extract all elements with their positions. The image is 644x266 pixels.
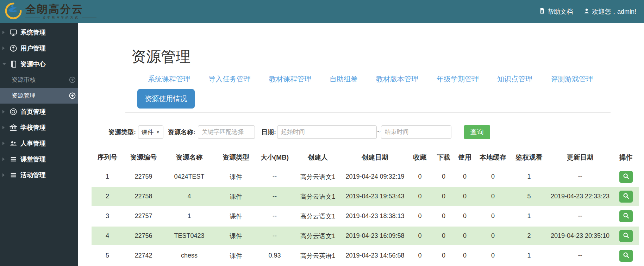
cell-creator: 高分云语文1 [292,207,343,225]
cell-uses: 0 [454,187,475,206]
cell-favorites: 0 [407,167,433,186]
sidebar-item-school[interactable]: 学校管理 [0,119,78,135]
search-button[interactable]: 查询 [464,125,490,139]
cell-local-cache: 0 [475,207,511,225]
view-button[interactable] [619,171,633,183]
column-header: 资源名称 [164,150,215,166]
list-icon [10,171,17,179]
cell-resource-type: 课件 [215,187,257,206]
cell-favorites: 0 [407,207,433,225]
document-icon [539,7,545,16]
monitor-icon [10,29,17,36]
tab-link[interactable]: 教材课程管理 [269,74,311,84]
resource-name-label: 资源名称: [168,128,195,136]
column-header: 更新日期 [548,150,613,166]
cell-auth-views: 2 [511,227,548,245]
view-button[interactable] [619,191,633,203]
end-date-input[interactable] [381,125,451,139]
cell-seq: 4 [92,227,123,245]
cell-seq: 1 [92,167,123,186]
cell-local-cache: 0 [475,246,511,265]
magnifier-icon [622,231,630,240]
sidebar-item-homepage[interactable]: 首页管理 [0,104,78,119]
view-button[interactable] [619,250,633,262]
cell-resource-name: 1 [164,207,215,225]
resource-type-label: 资源类型: [108,128,136,136]
resource-type-select[interactable]: 课件 ▼ [138,125,163,139]
magnifier-icon [622,192,630,201]
book-icon [10,60,17,68]
cell-uses: 0 [454,207,475,225]
arrow-circle-right-icon [69,92,76,99]
caret-down-icon [2,63,6,65]
welcome-user: 欢迎您，admin! [583,7,636,16]
bank-icon [10,124,17,131]
resource-name-input[interactable] [198,125,255,139]
sidebar-item-personnel[interactable]: 人事管理 [0,135,78,151]
tab-link[interactable]: 教材版本管理 [376,74,418,84]
sidebar-item-activity[interactable]: 活动管理 [0,167,78,183]
caret-right-icon [2,173,5,177]
cell-favorites: 0 [407,187,433,206]
cell-updated-date: -- [548,246,613,265]
tab-link[interactable]: 知识点管理 [497,74,532,84]
cell-resource-id: 22758 [123,187,164,206]
column-header: 资源类型 [215,150,257,166]
cell-favorites: 0 [407,227,433,245]
cell-resource-type: 课件 [215,227,257,245]
sidebar-item-users[interactable]: 用户管理 [0,40,78,56]
cell-size: 0.93 [257,246,292,265]
cell-created-date: 2019-04-23 16:09:58 [343,227,407,245]
brand-name: 全朗高分云 [25,4,96,15]
view-button[interactable] [619,210,633,222]
caret-right-icon [2,31,5,34]
cell-auth-views: 1 [511,207,548,225]
cell-updated-date: 2019-04-23 22:33:23 [548,187,613,206]
caret-right-icon [2,47,5,50]
cell-seq: 3 [92,207,123,225]
table-body: 1 22759 0424TEST 课件 -- 高分云语文1 2019-04-24… [92,167,639,265]
cell-updated-date: -- [548,167,613,186]
cell-auth-views: 1 [511,167,548,186]
cell-created-date: 2019-04-23 14:56:58 [343,246,407,265]
column-header: 本地缓存 [475,150,511,166]
column-header: 下载 [433,150,454,166]
sidebar-item-classroom[interactable]: 课堂管理 [0,151,78,167]
tab-resource-usage-active[interactable]: 资源使用情况 [137,89,195,109]
tab-link[interactable]: 自助组卷 [330,74,358,84]
cell-auth-views: 1 [511,246,548,265]
user-circle-icon [10,44,17,52]
cell-resource-id: 22742 [123,246,164,265]
view-button[interactable] [619,230,633,242]
main-content: 资源管理 系统课程管理导入任务管理教材课程管理自助组卷教材版本管理年级学期管理知… [78,23,644,266]
people-icon [10,140,17,147]
date-label: 日期: [261,128,276,136]
cell-seq: 5 [92,246,123,265]
sidebar-subitem-resource-management[interactable]: 资源管理 [0,88,78,104]
help-docs-link[interactable]: 帮助文档 [539,7,573,16]
cell-auth-views: 5 [511,187,548,206]
cell-creator: 高分云语文1 [292,227,343,245]
cell-downloads: 0 [433,207,454,225]
column-header: 创建人 [292,150,343,166]
cell-resource-id: 22756 [123,227,164,245]
cell-resource-name: 4 [164,187,215,206]
sidebar-item-system[interactable]: 系统管理 [0,24,78,40]
filter-bar: 资源类型: 课件 ▼ 资源名称: 日期: ~ 查询 [108,125,644,139]
tab-link[interactable]: 年级学期管理 [437,74,479,84]
cell-resource-name: chess [164,246,215,265]
cell-uses: 0 [454,246,475,265]
tab-link[interactable]: 评测游戏管理 [551,74,593,84]
cell-local-cache: 0 [475,167,511,186]
column-header: 收藏 [407,150,433,166]
table-row: 3 22757 1 课件 -- 高分云语文1 2019-04-23 18:38:… [92,207,639,225]
sidebar-subitem-resource-audit[interactable]: 资源审核 [0,72,78,88]
sidebar-item-resource-center[interactable]: 资源中心 [0,56,78,72]
tab-link[interactable]: 导入任务管理 [208,74,251,84]
cell-downloads: 0 [433,187,454,206]
table-row: 4 22756 TEST0423 课件 -- 高分云语文1 2019-04-23… [92,227,639,245]
cell-created-date: 2019-04-23 18:38:13 [343,207,407,225]
start-date-input[interactable] [277,125,377,139]
tab-bar: 系统课程管理导入任务管理教材课程管理自助组卷教材版本管理年级学期管理知识点管理评… [148,74,644,84]
tab-link[interactable]: 系统课程管理 [148,74,190,84]
